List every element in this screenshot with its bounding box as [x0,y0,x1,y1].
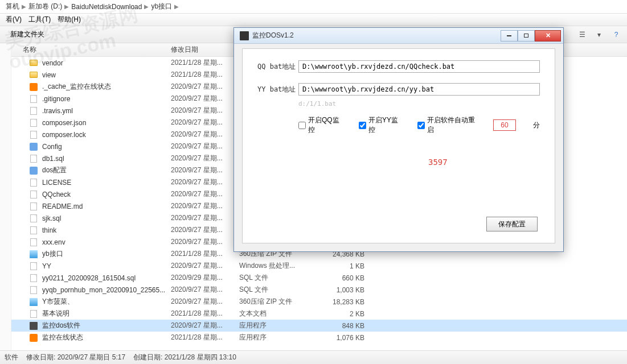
file-row[interactable]: 监控dos软件2020/9/27 星期...应用程序848 KB [11,320,627,332]
file-date: 2020/9/27 星期... [171,154,239,163]
file-name: yb接口 [42,249,171,259]
menubar: 看(V) 工具(T) 帮助(H) [0,14,627,26]
col-name[interactable]: 名称 [11,45,171,55]
chevron-right-icon: ▶ [22,3,26,10]
file-name: 监控dos软件 [42,321,171,330]
breadcrumb-item[interactable]: 算机 [6,2,19,11]
file-size: 660 KB [319,274,376,282]
status-created-label: 创建日期: [133,353,162,361]
file-row[interactable]: 监控在线状态2021/1/28 星期...应用程序1,076 KB [11,332,627,344]
checkbox-qq-input[interactable] [298,122,306,129]
file-row[interactable]: yyqb_pornhub_mon_20200910_22565...2020/9… [11,284,627,296]
qq-bat-input[interactable] [298,60,540,73]
file-date: 2020/9/27 星期... [171,82,239,92]
interval-input[interactable] [493,119,516,131]
checkbox-auto-restart[interactable]: 开启软件自动重启 [417,115,476,135]
app-icon [240,31,249,40]
file-name: LICENSE [42,179,171,187]
file-size: 848 KB [319,322,376,330]
file-icon [28,238,39,247]
file-name: yy0211_20200928_161504.sql [42,274,171,282]
file-name: composer.json [42,119,171,127]
yy-bat-input[interactable] [298,83,540,96]
file-name: yyqb_pornhub_mon_20200910_22565... [42,286,171,294]
file-size: 18,283 KB [319,298,376,306]
zip-icon [28,250,39,259]
file-type: SQL 文件 [239,273,319,283]
file-date: 2020/9/27 星期... [171,285,239,295]
file-date: 2020/9/27 星期... [171,106,239,115]
file-date: 2020/9/27 星期... [171,321,239,330]
breadcrumb-item[interactable]: yb接口 [151,2,172,11]
file-date: 2020/9/27 星期... [171,94,239,104]
file-name: 基本说明 [42,309,171,318]
status-created: 2021/1/28 星期四 13:10 [165,353,236,361]
file-name: ._cache_监控在线状态 [42,82,171,92]
file-row[interactable]: YY2020/9/27 星期...Windows 批处理...1 KB [11,260,627,272]
folder-icon [28,71,39,80]
qq-bat-label: QQ bat地址 [257,62,298,72]
file-name: xxx.env [42,238,171,246]
menu-view[interactable]: 看(V) [2,14,25,26]
file-size: 1,003 KB [319,286,376,294]
file-name: view [42,71,171,79]
checkbox-yy-input[interactable] [359,122,366,129]
file-type: 应用程序 [239,333,319,342]
file-row[interactable]: Y市菠菜、2020/9/27 星期...360压缩 ZIP 文件18,283 K… [11,296,627,308]
file-date: 2021/1/28 星期... [171,249,239,259]
cfg-icon [28,166,39,175]
menu-tools[interactable]: 工具(T) [25,14,54,26]
file-name: db1.sql [42,155,171,163]
cfg-icon [28,142,39,151]
breadcrumb-item[interactable]: 新加卷 (D:) [28,2,62,11]
save-config-button[interactable]: 保存配置 [486,217,538,231]
file-type: SQL 文件 [239,285,319,295]
file-row[interactable]: 基本说明2021/1/28 星期...文本文档2 KB [11,308,627,320]
file-date: 2020/9/27 星期... [171,189,239,199]
file-date: 2020/9/27 星期... [171,177,239,187]
file-name: vendor [42,59,171,67]
file-date: 2020/9/27 星期... [171,225,239,235]
close-button[interactable] [535,30,561,42]
titlebar[interactable]: 监控DOSv1.2 [234,28,563,44]
file-icon [28,106,39,115]
file-name: composer.lock [42,131,171,139]
chevron-right-icon: ▶ [144,3,149,10]
file-type: 应用程序 [239,321,319,330]
status-modified-label: 修改日期: [26,353,55,361]
dialog-window: 监控DOSv1.2 QQ bat地址 YY bat地址 d:/1/1.bat 开… [233,27,564,252]
file-icon [28,130,39,139]
new-folder-button[interactable]: 新建文件夹 [5,28,50,40]
file-name: QQcheck [42,191,171,198]
file-icon [28,178,39,187]
minimize-button[interactable] [501,30,518,42]
breadcrumb-item[interactable]: BaiduNetdiskDownload [71,3,142,11]
maximize-button[interactable] [518,30,535,42]
help-icon[interactable]: ? [610,28,622,41]
file-name: README.md [42,202,171,210]
view-options-icon[interactable]: ▾ [593,28,605,41]
checkbox-qq[interactable]: 开启QQ监控 [298,115,342,135]
statusbar: 软件 修改日期: 2020/9/27 星期日 5:17 创建日期: 2021/1… [0,350,627,364]
file-date: 2020/9/27 星期... [171,297,239,307]
file-date: 2021/1/28 星期... [171,333,239,342]
file-name: think [42,226,171,234]
file-date: 2021/1/28 星期... [171,309,239,318]
file-date: 2020/9/27 星期... [171,213,239,223]
checkbox-auto-input[interactable] [417,122,425,129]
breadcrumb[interactable]: 算机▶ 新加卷 (D:)▶ BaiduNetdiskDownload▶ yb接口… [0,0,627,14]
file-icon [28,190,39,199]
file-date: 2020/9/27 星期... [171,130,239,139]
yy-bat-label: YY bat地址 [257,85,298,94]
file-date: 2021/1/28 星期... [171,58,239,68]
file-icon [28,214,39,223]
menu-help[interactable]: 帮助(H) [54,14,84,26]
file-date: 2020/9/27 星期... [171,166,239,175]
checkbox-yy[interactable]: 开启YY监控 [359,115,401,135]
view-mode-icon[interactable]: ☰ [576,28,588,41]
file-icon [28,309,39,318]
chevron-right-icon: ▶ [64,3,69,10]
col-date[interactable]: 修改日期 [171,45,239,55]
file-row[interactable]: yy0211_20200928_161504.sql2020/9/29 星期..… [11,272,627,284]
path-hint: d:/1/1.bat [298,100,540,107]
